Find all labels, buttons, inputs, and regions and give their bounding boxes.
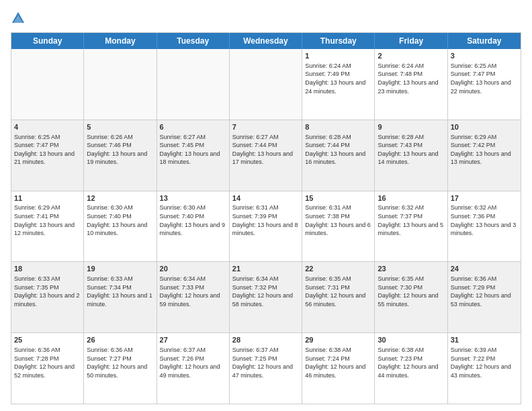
day-number: 26 xyxy=(87,335,153,345)
calendar-body: 1Sunrise: 6:24 AM Sunset: 7:49 PM Daylig… xyxy=(11,49,521,404)
calendar-cell: 30Sunrise: 6:38 AM Sunset: 7:23 PM Dayli… xyxy=(375,333,447,404)
calendar-cell: 7Sunrise: 6:27 AM Sunset: 7:44 PM Daylig… xyxy=(230,120,302,191)
calendar-cell: 31Sunrise: 6:39 AM Sunset: 7:22 PM Dayli… xyxy=(448,333,521,404)
cell-info: Sunrise: 6:26 AM Sunset: 7:46 PM Dayligh… xyxy=(87,133,153,167)
day-number: 22 xyxy=(305,264,371,274)
calendar-cell: 11Sunrise: 6:29 AM Sunset: 7:41 PM Dayli… xyxy=(11,191,84,262)
calendar-week-row: 18Sunrise: 6:33 AM Sunset: 7:35 PM Dayli… xyxy=(11,261,521,332)
day-number: 12 xyxy=(87,193,153,203)
calendar-cell: 20Sunrise: 6:34 AM Sunset: 7:33 PM Dayli… xyxy=(157,262,230,332)
calendar-week-row: 4Sunrise: 6:25 AM Sunset: 7:47 PM Daylig… xyxy=(11,120,521,191)
calendar-cell: 17Sunrise: 6:32 AM Sunset: 7:36 PM Dayli… xyxy=(448,191,521,262)
calendar-cell xyxy=(157,49,230,120)
calendar-cell xyxy=(230,49,302,120)
day-number: 25 xyxy=(14,335,81,345)
day-number: 19 xyxy=(87,264,153,274)
day-number: 8 xyxy=(305,122,371,132)
cell-info: Sunrise: 6:38 AM Sunset: 7:24 PM Dayligh… xyxy=(305,346,371,379)
cell-info: Sunrise: 6:30 AM Sunset: 7:40 PM Dayligh… xyxy=(87,203,153,237)
calendar-cell: 1Sunrise: 6:24 AM Sunset: 7:49 PM Daylig… xyxy=(302,49,375,120)
day-number: 7 xyxy=(232,122,299,132)
cell-info: Sunrise: 6:36 AM Sunset: 7:29 PM Dayligh… xyxy=(451,275,518,308)
calendar-cell: 8Sunrise: 6:28 AM Sunset: 7:44 PM Daylig… xyxy=(302,120,375,191)
calendar-cell: 23Sunrise: 6:35 AM Sunset: 7:30 PM Dayli… xyxy=(375,262,447,332)
day-number: 9 xyxy=(378,122,444,132)
cell-info: Sunrise: 6:29 AM Sunset: 7:41 PM Dayligh… xyxy=(14,203,81,237)
calendar-cell: 28Sunrise: 6:37 AM Sunset: 7:25 PM Dayli… xyxy=(230,333,302,404)
cell-info: Sunrise: 6:37 AM Sunset: 7:25 PM Dayligh… xyxy=(232,346,299,379)
calendar-cell: 3Sunrise: 6:25 AM Sunset: 7:47 PM Daylig… xyxy=(448,49,521,120)
cell-info: Sunrise: 6:39 AM Sunset: 7:22 PM Dayligh… xyxy=(451,346,518,379)
cell-info: Sunrise: 6:33 AM Sunset: 7:35 PM Dayligh… xyxy=(14,275,81,308)
cell-info: Sunrise: 6:33 AM Sunset: 7:34 PM Dayligh… xyxy=(87,275,153,308)
day-number: 28 xyxy=(232,335,299,345)
calendar-cell: 2Sunrise: 6:24 AM Sunset: 7:48 PM Daylig… xyxy=(375,49,447,120)
calendar-cell: 27Sunrise: 6:37 AM Sunset: 7:26 PM Dayli… xyxy=(157,333,230,404)
day-number: 13 xyxy=(160,193,226,203)
calendar-header-cell: Sunday xyxy=(11,33,84,49)
calendar-header-cell: Saturday xyxy=(448,33,521,49)
cell-info: Sunrise: 6:25 AM Sunset: 7:47 PM Dayligh… xyxy=(14,133,81,167)
day-number: 27 xyxy=(160,335,226,345)
calendar-cell xyxy=(84,49,157,120)
calendar-cell: 4Sunrise: 6:25 AM Sunset: 7:47 PM Daylig… xyxy=(11,120,84,191)
day-number: 18 xyxy=(14,264,81,274)
cell-info: Sunrise: 6:34 AM Sunset: 7:32 PM Dayligh… xyxy=(232,275,299,308)
calendar-week-row: 25Sunrise: 6:36 AM Sunset: 7:28 PM Dayli… xyxy=(11,332,521,404)
day-number: 11 xyxy=(14,193,81,203)
cell-info: Sunrise: 6:31 AM Sunset: 7:39 PM Dayligh… xyxy=(232,203,299,237)
calendar-cell: 15Sunrise: 6:31 AM Sunset: 7:38 PM Dayli… xyxy=(302,191,375,262)
day-number: 23 xyxy=(378,264,444,274)
calendar-cell: 5Sunrise: 6:26 AM Sunset: 7:46 PM Daylig… xyxy=(84,120,157,191)
header xyxy=(11,11,521,26)
calendar-cell: 14Sunrise: 6:31 AM Sunset: 7:39 PM Dayli… xyxy=(230,191,302,262)
cell-info: Sunrise: 6:27 AM Sunset: 7:45 PM Dayligh… xyxy=(160,133,226,167)
calendar-cell: 6Sunrise: 6:27 AM Sunset: 7:45 PM Daylig… xyxy=(157,120,230,191)
day-number: 6 xyxy=(160,122,226,132)
calendar-week-row: 11Sunrise: 6:29 AM Sunset: 7:41 PM Dayli… xyxy=(11,191,521,262)
day-number: 17 xyxy=(451,193,518,203)
logo xyxy=(11,11,28,26)
calendar-header-row: SundayMondayTuesdayWednesdayThursdayFrid… xyxy=(11,33,521,49)
cell-info: Sunrise: 6:28 AM Sunset: 7:43 PM Dayligh… xyxy=(378,133,444,167)
calendar-cell: 10Sunrise: 6:29 AM Sunset: 7:42 PM Dayli… xyxy=(448,120,521,191)
day-number: 16 xyxy=(378,193,444,203)
day-number: 3 xyxy=(451,51,518,61)
day-number: 2 xyxy=(378,51,444,61)
calendar-cell: 9Sunrise: 6:28 AM Sunset: 7:43 PM Daylig… xyxy=(375,120,447,191)
calendar-header-cell: Thursday xyxy=(302,33,375,49)
calendar-cell: 29Sunrise: 6:38 AM Sunset: 7:24 PM Dayli… xyxy=(302,333,375,404)
cell-info: Sunrise: 6:27 AM Sunset: 7:44 PM Dayligh… xyxy=(232,133,299,167)
cell-info: Sunrise: 6:24 AM Sunset: 7:48 PM Dayligh… xyxy=(378,62,444,95)
day-number: 1 xyxy=(305,51,371,61)
calendar-week-row: 1Sunrise: 6:24 AM Sunset: 7:49 PM Daylig… xyxy=(11,49,521,120)
calendar-header-cell: Wednesday xyxy=(230,33,302,49)
calendar-header-cell: Friday xyxy=(375,33,447,49)
calendar-header-cell: Monday xyxy=(84,33,157,49)
cell-info: Sunrise: 6:35 AM Sunset: 7:31 PM Dayligh… xyxy=(305,275,371,308)
day-number: 14 xyxy=(232,193,299,203)
day-number: 4 xyxy=(14,122,81,132)
calendar-header-cell: Tuesday xyxy=(157,33,230,49)
cell-info: Sunrise: 6:29 AM Sunset: 7:42 PM Dayligh… xyxy=(451,133,518,167)
calendar-cell: 24Sunrise: 6:36 AM Sunset: 7:29 PM Dayli… xyxy=(448,262,521,332)
calendar-cell: 25Sunrise: 6:36 AM Sunset: 7:28 PM Dayli… xyxy=(11,333,84,404)
page: SundayMondayTuesdayWednesdayThursdayFrid… xyxy=(0,0,532,411)
cell-info: Sunrise: 6:28 AM Sunset: 7:44 PM Dayligh… xyxy=(305,133,371,167)
cell-info: Sunrise: 6:32 AM Sunset: 7:37 PM Dayligh… xyxy=(378,203,444,237)
cell-info: Sunrise: 6:38 AM Sunset: 7:23 PM Dayligh… xyxy=(378,346,444,379)
calendar-cell xyxy=(11,49,84,120)
calendar-cell: 16Sunrise: 6:32 AM Sunset: 7:37 PM Dayli… xyxy=(375,191,447,262)
day-number: 21 xyxy=(232,264,299,274)
cell-info: Sunrise: 6:30 AM Sunset: 7:40 PM Dayligh… xyxy=(160,203,226,237)
cell-info: Sunrise: 6:35 AM Sunset: 7:30 PM Dayligh… xyxy=(378,275,444,308)
cell-info: Sunrise: 6:32 AM Sunset: 7:36 PM Dayligh… xyxy=(451,203,518,237)
cell-info: Sunrise: 6:36 AM Sunset: 7:27 PM Dayligh… xyxy=(87,346,153,379)
cell-info: Sunrise: 6:34 AM Sunset: 7:33 PM Dayligh… xyxy=(160,275,226,308)
day-number: 20 xyxy=(160,264,226,274)
cell-info: Sunrise: 6:24 AM Sunset: 7:49 PM Dayligh… xyxy=(305,62,371,95)
calendar-cell: 26Sunrise: 6:36 AM Sunset: 7:27 PM Dayli… xyxy=(84,333,157,404)
calendar-cell: 21Sunrise: 6:34 AM Sunset: 7:32 PM Dayli… xyxy=(230,262,302,332)
cell-info: Sunrise: 6:31 AM Sunset: 7:38 PM Dayligh… xyxy=(305,203,371,237)
calendar-cell: 18Sunrise: 6:33 AM Sunset: 7:35 PM Dayli… xyxy=(11,262,84,332)
